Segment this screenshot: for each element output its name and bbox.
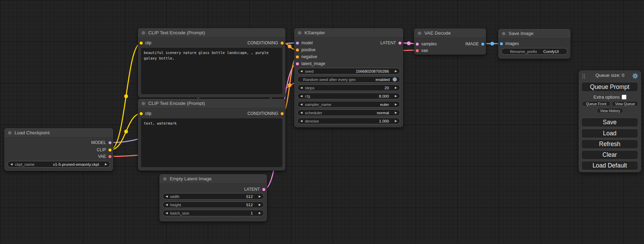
- decrement-arrow-icon[interactable]: ◀: [10, 163, 12, 166]
- increment-arrow-icon[interactable]: ▶: [259, 195, 261, 198]
- slot-label: images: [505, 41, 519, 46]
- decrement-arrow-icon[interactable]: ◀: [300, 95, 302, 98]
- collapse-dot-icon[interactable]: [163, 177, 167, 181]
- decrement-arrow-icon[interactable]: ◀: [300, 87, 302, 89]
- increment-arrow-icon[interactable]: ▶: [395, 95, 397, 98]
- widget-value: euler: [380, 102, 389, 107]
- model-output-dot[interactable]: [108, 141, 112, 144]
- collapse-dot-icon[interactable]: [298, 31, 301, 35]
- sampler-name-widget[interactable]: ◀ sampler_name euler ▶: [297, 101, 400, 108]
- width-widget[interactable]: ◀ width 512 ▶: [162, 193, 264, 200]
- clear-button[interactable]: Clear: [581, 150, 638, 160]
- decrement-arrow-icon[interactable]: ◀: [300, 120, 302, 123]
- extra-options-checkbox[interactable]: [622, 95, 626, 99]
- decrement-arrow-icon[interactable]: ◀: [300, 70, 302, 73]
- increment-arrow-icon[interactable]: ▶: [259, 204, 261, 206]
- height-widget[interactable]: ◀ height 512 ▶: [162, 201, 264, 208]
- queue-size-label: Queue size: 0: [579, 73, 641, 78]
- link-dot: [407, 42, 411, 45]
- negative-prompt-textarea[interactable]: text, watermark: [141, 118, 282, 167]
- vae-output-dot[interactable]: [108, 155, 112, 158]
- node-title-bar: CLIP Text Encode (Prompt): [138, 28, 285, 38]
- clip-input-dot[interactable]: [140, 42, 143, 45]
- link-dot: [288, 83, 292, 87]
- cfg-widget[interactable]: ◀ cfg 8.000 ▶: [297, 93, 400, 99]
- input-slot-clip: clip: [138, 110, 151, 117]
- latent-output-dot[interactable]: [262, 188, 265, 191]
- increment-arrow-icon[interactable]: ▶: [395, 87, 397, 89]
- collapse-dot-icon[interactable]: [142, 31, 145, 35]
- queue-front-button[interactable]: Queue Front: [582, 101, 610, 106]
- images-input-dot[interactable]: [500, 42, 503, 45]
- node-clip-text-encode-positive[interactable]: CLIP Text Encode (Prompt) clip CONDITION…: [138, 28, 285, 98]
- filename-prefix-widget[interactable]: filename_prefix ComfyUI: [501, 48, 567, 55]
- refresh-button[interactable]: Refresh: [581, 139, 638, 149]
- load-button[interactable]: Load: [581, 129, 638, 138]
- view-queue-button[interactable]: View Queue: [612, 101, 638, 106]
- load-default-button[interactable]: Load Default: [581, 161, 638, 170]
- decrement-arrow-icon[interactable]: ◀: [166, 195, 168, 198]
- clip-output-dot[interactable]: [108, 148, 112, 152]
- save-button[interactable]: Save: [581, 118, 638, 127]
- increment-arrow-icon[interactable]: ▶: [395, 111, 397, 114]
- collapse-dot-icon[interactable]: [418, 31, 421, 35]
- scheduler-widget[interactable]: ◀ scheduler normal ▶: [297, 109, 400, 116]
- widget-label: width: [170, 195, 179, 199]
- collapse-dot-icon[interactable]: [502, 32, 505, 35]
- negative-input-dot[interactable]: [296, 55, 299, 58]
- increment-arrow-icon[interactable]: ▶: [105, 163, 107, 166]
- node-load-checkpoint[interactable]: Load Checkpoint MODEL CLIP VAE ◀ ckpt_na…: [4, 128, 113, 171]
- decrement-arrow-icon[interactable]: ◀: [300, 111, 302, 114]
- seed-widget[interactable]: ◀ seed 156680208700286 ▶: [297, 68, 400, 74]
- widget-value: 1.000: [379, 119, 389, 123]
- toggle-knob-icon[interactable]: [392, 77, 397, 82]
- slot-label: CLIP: [97, 147, 106, 152]
- output-slot-conditioning: CONDITIONING: [247, 39, 285, 46]
- samples-input-dot[interactable]: [416, 43, 419, 46]
- node-empty-latent-image[interactable]: Empty Latent Image LATENT ◀ width 512 ▶ …: [159, 174, 267, 222]
- conditioning-output-dot[interactable]: [281, 112, 284, 115]
- batch-size-widget[interactable]: ◀ batch_size 1 ▶: [162, 210, 264, 216]
- ckpt-name-widget[interactable]: ◀ ckpt_name v1-5-pruned-emaonly.ckpt ▶: [7, 161, 110, 168]
- settings-gear-icon[interactable]: [632, 73, 638, 79]
- node-ksampler[interactable]: KSampler model positive negative latent_…: [294, 28, 403, 127]
- random-seed-toggle-widget[interactable]: Random seed after every gen enabled: [297, 76, 400, 83]
- slot-label: CONDITIONING: [247, 40, 278, 45]
- denoise-widget[interactable]: ◀ denoise 1.000 ▶: [297, 118, 400, 124]
- slot-label: negative: [301, 54, 317, 59]
- model-input-dot[interactable]: [296, 42, 299, 45]
- node-save-image[interactable]: Save Image images filename_prefix ComfyU…: [498, 29, 571, 59]
- node-title-bar: Empty Latent Image: [159, 174, 267, 184]
- view-history-button[interactable]: View History: [597, 108, 623, 113]
- widget-label: Random seed after every gen: [303, 78, 356, 82]
- widget-label: seed: [305, 69, 314, 73]
- image-output-dot[interactable]: [481, 43, 484, 46]
- latent-image-input-dot[interactable]: [296, 62, 299, 65]
- collapse-dot-icon[interactable]: [142, 102, 145, 105]
- widget-value: v1-5-pruned-emaonly.ckpt: [53, 162, 99, 166]
- vae-input-dot[interactable]: [416, 49, 419, 52]
- positive-prompt-textarea[interactable]: beautiful scenery nature glass bottle la…: [141, 48, 282, 94]
- widget-label: scheduler: [305, 111, 322, 115]
- widget-value: 8.000: [379, 94, 389, 98]
- increment-arrow-icon[interactable]: ▶: [395, 120, 397, 123]
- slot-label: latent_image: [301, 61, 325, 66]
- node-clip-text-encode-negative[interactable]: CLIP Text Encode (Prompt) clip CONDITION…: [138, 99, 285, 171]
- slot-label: CONDITIONING: [247, 111, 278, 116]
- queue-prompt-button[interactable]: Queue Prompt: [581, 82, 638, 92]
- node-vae-decode[interactable]: VAE Decode samples vae IMAGE: [414, 28, 486, 55]
- decrement-arrow-icon[interactable]: ◀: [166, 204, 168, 206]
- increment-arrow-icon[interactable]: ▶: [395, 70, 397, 73]
- increment-arrow-icon[interactable]: ▶: [259, 212, 261, 215]
- collapse-dot-icon[interactable]: [8, 131, 11, 135]
- clip-input-dot[interactable]: [140, 112, 143, 115]
- positive-input-dot[interactable]: [296, 48, 299, 52]
- decrement-arrow-icon[interactable]: ◀: [166, 212, 168, 215]
- conditioning-output-dot[interactable]: [281, 42, 284, 45]
- increment-arrow-icon[interactable]: ▶: [395, 103, 397, 106]
- decrement-arrow-icon[interactable]: ◀: [300, 103, 302, 106]
- steps-widget[interactable]: ◀ steps 20 ▶: [297, 84, 400, 91]
- latent-output-dot[interactable]: [398, 42, 402, 45]
- node-title: Save Image: [509, 31, 533, 36]
- widget-label: sampler_name: [305, 102, 331, 107]
